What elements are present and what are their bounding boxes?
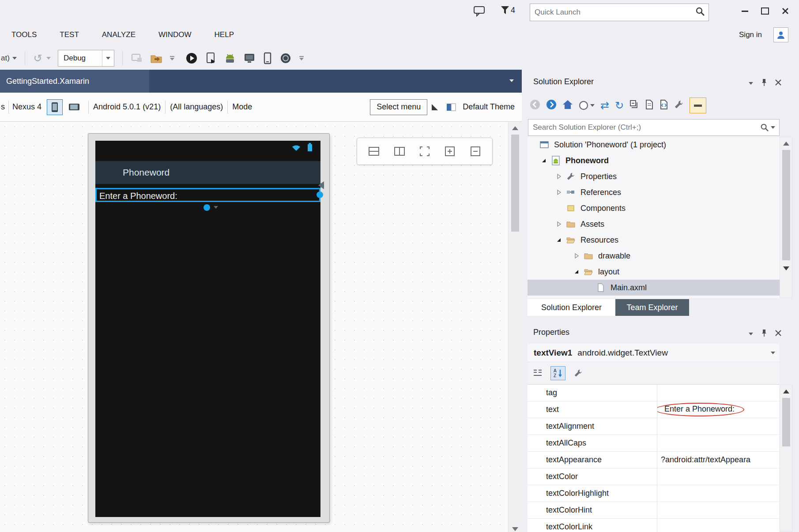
tree-item-components[interactable]: Components <box>528 200 780 216</box>
account-avatar-icon[interactable] <box>773 27 788 42</box>
adorner-arrow-icon[interactable] <box>318 181 324 189</box>
quick-launch-input[interactable] <box>530 8 692 17</box>
property-row-textcolorhighlight[interactable]: textColorHighlight <box>528 485 780 502</box>
expander-collapsed-icon[interactable] <box>553 221 565 228</box>
close-pane-icon[interactable] <box>775 330 781 338</box>
tree-item-layout[interactable]: layout <box>528 264 780 280</box>
resize-handle-right-icon[interactable] <box>317 191 323 198</box>
adorner-dropdown-icon[interactable] <box>214 206 218 209</box>
resize-handle-bottom-icon[interactable] <box>204 204 210 211</box>
property-value[interactable] <box>657 418 780 435</box>
solution-search-box[interactable] <box>528 119 780 136</box>
undo-dropdown-icon[interactable] <box>46 57 51 60</box>
property-pages-wrench-icon[interactable] <box>571 366 586 380</box>
object-dropdown-icon[interactable] <box>771 352 775 354</box>
scroll-up-icon[interactable] <box>783 390 789 393</box>
portrait-toggle[interactable] <box>47 99 63 115</box>
scroll-thumb[interactable] <box>511 135 519 232</box>
view-code-icon[interactable] <box>660 100 668 111</box>
expander-expanded-icon[interactable] <box>538 157 550 164</box>
expander-expanded-icon[interactable] <box>571 268 582 275</box>
property-value[interactable] <box>657 519 780 532</box>
debug-target-combo[interactable]: Debug <box>58 50 114 67</box>
property-value[interactable] <box>657 502 780 518</box>
menu-window[interactable]: WINDOW <box>147 23 203 47</box>
sign-in-link[interactable]: Sign in <box>739 30 762 39</box>
solution-config-partial[interactable]: at) <box>1 54 10 63</box>
device-log-icon[interactable] <box>280 52 291 64</box>
tab-solution-explorer[interactable]: Solution Explorer <box>528 299 615 316</box>
zoom-out-icon[interactable] <box>467 143 484 160</box>
scroll-down-icon[interactable] <box>783 266 789 270</box>
expander-collapsed-icon[interactable] <box>553 189 565 196</box>
tree-item-solution[interactable]: Solution 'Phoneword' (1 project) <box>528 137 780 153</box>
scroll-down-icon[interactable] <box>512 527 518 531</box>
properties-scrollbar[interactable] <box>780 385 792 532</box>
menu-tools[interactable]: TOOLS <box>0 23 48 47</box>
property-row-textalignment[interactable]: textAlignment <box>528 418 780 435</box>
refresh-icon[interactable]: ↻ <box>615 99 624 112</box>
document-list-dropdown-icon[interactable] <box>509 79 514 82</box>
property-value[interactable] <box>657 385 780 401</box>
preview-selected-toggle[interactable] <box>690 97 706 113</box>
collapse-all-icon[interactable] <box>629 100 639 111</box>
properties-wrench-icon[interactable] <box>674 100 684 111</box>
property-value[interactable]: Enter a Phoneword: <box>657 401 780 418</box>
solution-search-input[interactable] <box>528 123 757 132</box>
select-menu-button[interactable]: Select menu <box>370 99 427 115</box>
language-selector[interactable]: (All languages) <box>170 102 223 112</box>
scope-icon[interactable] <box>579 101 595 110</box>
run-on-device-icon[interactable] <box>206 52 216 64</box>
property-value[interactable] <box>657 468 780 485</box>
property-value[interactable]: ?android:attr/textAppeara <box>657 452 780 468</box>
sync-icon[interactable]: ⇄ <box>600 99 609 112</box>
android-version-selector[interactable]: Android 5.0.1 (v21) <box>93 102 161 112</box>
forward-icon[interactable] <box>546 99 557 112</box>
search-icon[interactable] <box>692 7 709 18</box>
device-selector[interactable]: Nexus 4 <box>12 102 41 112</box>
property-row-textallcaps[interactable]: textAllCaps <box>528 435 780 452</box>
solution-tree-scrollbar[interactable] <box>780 137 792 298</box>
landscape-toggle[interactable] <box>66 99 82 115</box>
tab-team-explorer[interactable]: Team Explorer <box>615 299 689 316</box>
scroll-thumb[interactable] <box>782 150 790 260</box>
menu-help[interactable]: HELP <box>203 23 245 47</box>
tree-item-assets[interactable]: Assets <box>528 216 780 232</box>
toolbar-overflow2-icon[interactable] <box>299 56 304 60</box>
toolbar-overflow-icon[interactable] <box>170 56 174 60</box>
design-surface[interactable]: Phoneword Enter a Phoneword: <box>0 122 522 532</box>
config-dropdown-icon[interactable] <box>12 57 17 60</box>
selected-object-row[interactable]: textView1 android.widget.TextView <box>528 344 780 362</box>
home-icon[interactable] <box>562 100 573 111</box>
undo-icon[interactable]: ↺ <box>34 52 42 64</box>
property-row-tag[interactable]: tag <box>528 385 780 401</box>
run-icon[interactable] <box>185 52 198 64</box>
property-row-text[interactable]: text Enter a Phoneword: <box>528 401 780 418</box>
property-row-textappearance[interactable]: textAppearance ?android:attr/textAppeara <box>528 452 780 468</box>
action-bar-corner-icon[interactable] <box>431 103 439 111</box>
expander-collapsed-icon[interactable] <box>553 173 565 180</box>
pin-icon[interactable] <box>761 329 767 339</box>
tree-item-project[interactable]: Phoneword <box>528 153 780 169</box>
menu-analyze[interactable]: ANALYZE <box>90 23 147 47</box>
scroll-up-icon[interactable] <box>783 142 789 146</box>
mode-label[interactable]: Mode <box>232 102 252 112</box>
menu-test[interactable]: TEST <box>48 23 90 47</box>
feedback-icon[interactable] <box>473 5 486 19</box>
minimize-button[interactable] <box>735 4 755 19</box>
categorized-icon[interactable] <box>530 366 545 380</box>
expander-collapsed-icon[interactable] <box>571 252 582 259</box>
pane-menu-icon[interactable] <box>749 333 753 335</box>
search-icon[interactable] <box>757 124 779 131</box>
theme-selector[interactable]: Default Theme <box>463 102 515 112</box>
show-all-files-icon[interactable] <box>645 100 654 111</box>
attach-disabled-icon[interactable] <box>131 53 143 63</box>
split-horizontal-icon[interactable] <box>366 143 382 160</box>
expander-expanded-icon[interactable] <box>553 236 565 244</box>
property-row-textcolorlink[interactable]: textColorLink <box>528 519 780 532</box>
property-value[interactable] <box>657 485 780 502</box>
alphabetical-icon[interactable]: AZ <box>550 366 565 380</box>
maximize-button[interactable] <box>755 4 775 19</box>
pane-menu-icon[interactable] <box>749 82 753 85</box>
tree-item-drawable[interactable]: drawable <box>528 248 780 264</box>
